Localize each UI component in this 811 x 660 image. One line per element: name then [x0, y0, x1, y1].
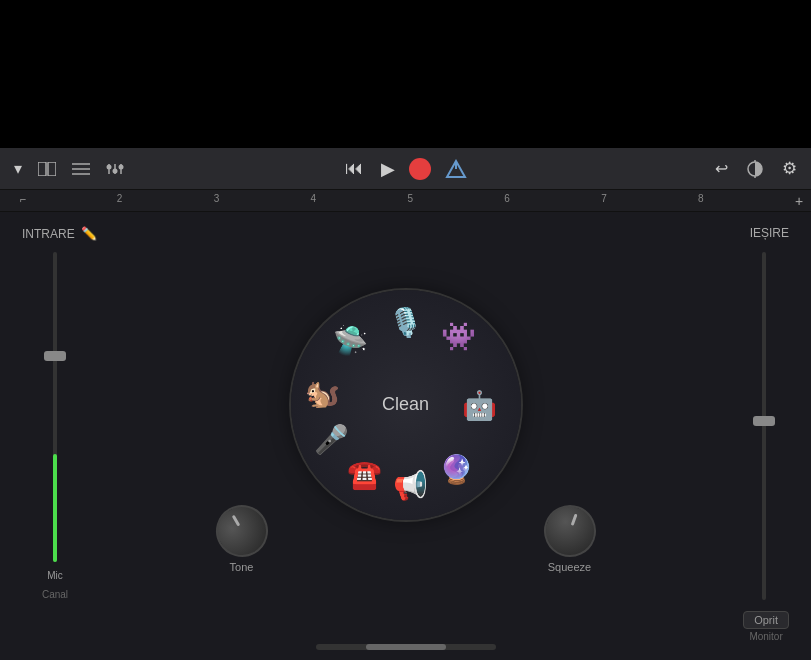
monitor-container: Oprit Monitor: [743, 611, 789, 642]
undo-btn[interactable]: ↩: [711, 156, 732, 181]
pencil-icon[interactable]: ✏️: [81, 226, 97, 241]
record-btn[interactable]: [409, 158, 431, 180]
toolbar-center: ⏮ ▶: [341, 155, 471, 183]
input-fader-thumb[interactable]: [44, 351, 66, 361]
ruler-num-8: 8: [698, 193, 795, 209]
ruler-tick-start: ⌐: [20, 193, 117, 209]
clean-label: Clean: [382, 394, 429, 414]
monitor-btn-label: Oprit: [754, 614, 778, 626]
mic-label: Mic: [47, 570, 63, 581]
wheel-icon-telephone[interactable]: ☎️: [347, 457, 382, 490]
input-fader-fill: [53, 454, 57, 563]
monitor-sublabel: Monitor: [749, 631, 782, 642]
ruler-num-3: 3: [214, 193, 311, 209]
brightness-btn[interactable]: [742, 157, 768, 181]
input-label: INTRARE ✏️: [22, 226, 97, 241]
tone-label: Tone: [230, 561, 254, 573]
output-label: IEȘIRE: [750, 226, 789, 240]
svg-point-10: [119, 164, 124, 169]
timeline-ruler: ⌐ 2 3 4 5 6 7 8 +: [0, 190, 811, 212]
ruler-num-5: 5: [407, 193, 504, 209]
squeeze-knob-container: Squeeze: [544, 505, 596, 573]
input-text: INTRARE: [22, 227, 75, 241]
input-fader-container: Mic Canal: [30, 252, 80, 600]
top-black-area: [0, 0, 811, 148]
scroll-bar[interactable]: [316, 644, 496, 650]
monitor-btn[interactable]: Oprit: [743, 611, 789, 629]
scroll-thumb[interactable]: [366, 644, 446, 650]
main-area: INTRARE ✏️ IEȘIRE Mic Canal 🎙️ 👾 🤖 🔮: [0, 212, 811, 660]
squeeze-knob[interactable]: [536, 497, 603, 564]
svg-point-8: [107, 164, 112, 169]
settings-btn[interactable]: ⚙: [778, 155, 801, 182]
ruler-add-btn[interactable]: +: [795, 193, 803, 209]
wheel-icon-microphone[interactable]: 🎙️: [388, 305, 423, 338]
toolbar: ▾ ⏮ ▶: [0, 148, 811, 190]
svg-point-9: [113, 168, 118, 173]
wheel-icon-mic2[interactable]: 🎤: [314, 423, 349, 456]
sliders-btn[interactable]: [102, 159, 128, 179]
squeeze-label: Squeeze: [548, 561, 591, 573]
voice-wheel[interactable]: 🎙️ 👾 🤖 🔮 📢 ☎️ 🎤 🐿️ 🛸 Clean: [291, 290, 521, 520]
wheel-icon-monster[interactable]: 👾: [441, 319, 476, 352]
ruler-num-2: 2: [117, 193, 214, 209]
input-fader-track[interactable]: [53, 252, 57, 562]
tune-btn[interactable]: [441, 156, 471, 182]
wheel-icon-squirrel[interactable]: 🐿️: [305, 377, 340, 410]
wheel-icon-ufo[interactable]: 🛸: [333, 324, 368, 357]
output-fader-thumb[interactable]: [753, 416, 775, 426]
output-fader-track[interactable]: [762, 252, 766, 600]
output-fader-container: [739, 252, 789, 600]
svg-rect-1: [48, 162, 56, 176]
window-btn[interactable]: [34, 159, 60, 179]
wheel-icon-megaphone[interactable]: 📢: [393, 469, 428, 502]
voice-wheel-center-text: Clean: [382, 394, 429, 415]
wheel-icon-robot[interactable]: 🤖: [462, 388, 497, 421]
canal-label: Canal: [42, 589, 68, 600]
tone-knob-container: Tone: [216, 505, 268, 573]
toolbar-right: ↩ ⚙: [711, 155, 801, 182]
tone-knob[interactable]: [206, 495, 277, 566]
ruler-numbers: ⌐ 2 3 4 5 6 7 8 +: [12, 193, 811, 209]
ruler-num-4: 4: [311, 193, 408, 209]
wheel-icon-crystal[interactable]: 🔮: [439, 452, 474, 485]
dropdown-btn[interactable]: ▾: [10, 156, 26, 181]
knobs-row: Tone Squeeze: [216, 505, 596, 573]
list-btn[interactable]: [68, 159, 94, 179]
svg-rect-0: [38, 162, 46, 176]
ruler-num-6: 6: [504, 193, 601, 209]
play-btn[interactable]: ▶: [377, 155, 399, 183]
rewind-btn[interactable]: ⏮: [341, 155, 367, 182]
output-text: IEȘIRE: [750, 226, 789, 240]
center-content: 🎙️ 👾 🤖 🔮 📢 ☎️ 🎤 🐿️ 🛸 Clean: [216, 290, 596, 573]
ruler-num-7: 7: [601, 193, 698, 209]
